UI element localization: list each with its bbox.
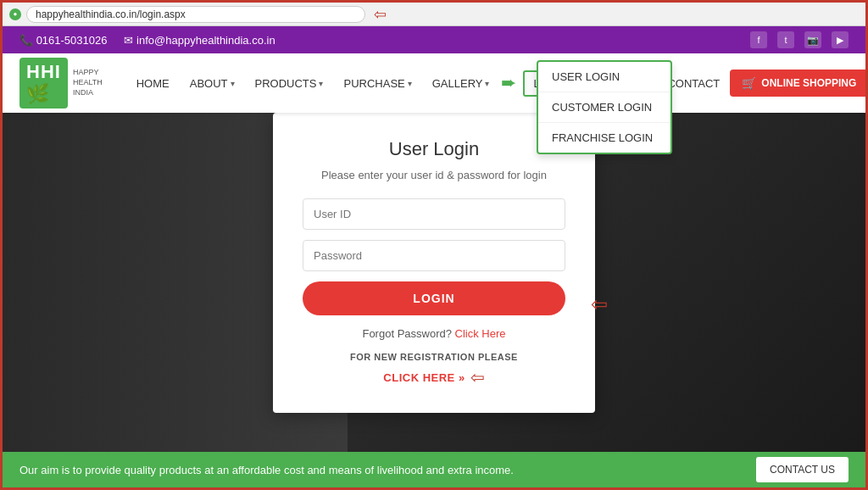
navbar: HHI🌿 HAPPY HEALTH INDIA HOME ABOUT ▾ PRO… xyxy=(3,53,865,113)
url-arrow-indicator: ⇦ xyxy=(374,5,387,24)
top-bar: 📞 0161-5031026 ✉ info@happyhealthindia.c… xyxy=(3,26,865,53)
bottom-message: Our aim is to provide quality products a… xyxy=(19,464,514,476)
register-link-row: CLICK HERE » ⇦ xyxy=(303,367,565,387)
bottom-bar: Our aim is to provide quality products a… xyxy=(3,452,865,487)
login-arrow-indicator: ➨ xyxy=(501,72,516,94)
browser-url[interactable]: happyhealthindia.co.in/login.aspx xyxy=(26,6,365,23)
nav-about[interactable]: ABOUT ▾ xyxy=(181,72,243,95)
form-title: User Login xyxy=(303,138,565,160)
top-bar-contact: 📞 0161-5031026 ✉ info@happyhealthindia.c… xyxy=(19,34,275,47)
register-label: FOR NEW REGISTRATION PLEASE xyxy=(303,352,565,362)
nav-products[interactable]: PRODUCTS ▾ xyxy=(247,72,332,95)
logo-box: HHI🌿 xyxy=(19,58,68,109)
register-arrow: ⇦ xyxy=(470,367,485,387)
login-button-arrow: ⇦ xyxy=(591,292,608,316)
forgot-link[interactable]: Click Here xyxy=(455,327,506,340)
browser-bar: ● happyhealthindia.co.in/login.aspx ⇦ xyxy=(3,3,865,26)
facebook-icon[interactable]: f xyxy=(750,31,767,48)
form-subtitle: Please enter your user id & password for… xyxy=(303,169,565,181)
social-links: f t 📷 ▶ xyxy=(750,31,849,48)
logo-subtext: HAPPY HEALTH INDIA xyxy=(73,68,103,97)
franchise-login-item[interactable]: FRANCHISE LOGIN xyxy=(538,123,670,153)
browser-favicon: ● xyxy=(9,8,21,20)
login-button-container: LOGIN ⇦ xyxy=(303,281,565,327)
cart-icon: 🛒 xyxy=(742,76,756,90)
nav-purchase[interactable]: PURCHASE ▾ xyxy=(335,72,420,95)
login-dropdown: USER LOGIN CUSTOMER LOGIN FRANCHISE LOGI… xyxy=(537,60,672,154)
register-link[interactable]: CLICK HERE » xyxy=(383,371,465,384)
nav-home[interactable]: HOME xyxy=(128,72,178,95)
email-address: ✉ info@happyhealthindia.co.in xyxy=(124,34,275,47)
password-input[interactable] xyxy=(303,240,565,271)
customer-login-item[interactable]: CUSTOMER LOGIN xyxy=(538,92,670,123)
youtube-icon[interactable]: ▶ xyxy=(832,31,849,48)
user-id-input[interactable] xyxy=(303,198,565,230)
login-button[interactable]: LOGIN xyxy=(303,281,565,315)
forgot-prefix: Forgot Password? xyxy=(362,327,452,340)
online-shopping-button[interactable]: 🛒 ONLINE SHOPPING xyxy=(730,70,868,97)
logo[interactable]: HHI🌿 HAPPY HEALTH INDIA xyxy=(19,58,103,109)
user-login-item[interactable]: USER LOGIN xyxy=(538,62,670,92)
phone-number: 📞 0161-5031026 xyxy=(19,34,107,47)
login-form: User Login Please enter your user id & p… xyxy=(273,113,595,413)
forgot-password-row: Forgot Password? Click Here xyxy=(303,327,565,340)
instagram-icon[interactable]: 📷 xyxy=(804,31,821,48)
contact-us-button[interactable]: CONTACT US xyxy=(756,457,849,482)
nav-gallery[interactable]: GALLERY ▾ xyxy=(424,72,498,95)
twitter-icon[interactable]: t xyxy=(777,31,794,48)
